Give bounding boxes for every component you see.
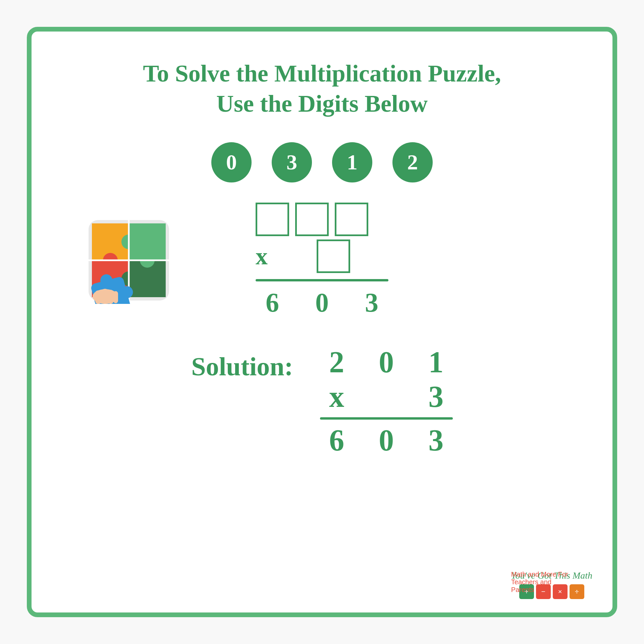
sol-digit-2: 2 — [320, 345, 354, 379]
sol-result-2: 0 — [370, 423, 403, 458]
digit-2: 1 — [332, 142, 372, 182]
tagline: Math and More For Teachers and Parents — [511, 571, 572, 594]
puzzle-image — [85, 217, 172, 304]
puzzle-top-row — [256, 203, 368, 236]
svg-rect-12 — [102, 289, 108, 304]
svg-rect-11 — [95, 290, 101, 304]
digit-3: 2 — [392, 142, 433, 182]
puzzle-box-2 — [295, 203, 329, 236]
result-digit-1: 6 — [256, 287, 289, 318]
result-digit-2: 0 — [305, 287, 339, 318]
solution-result-row: 6 0 3 — [320, 423, 453, 458]
puzzle-mult-sign: x — [256, 243, 268, 270]
puzzle-divider-line — [256, 279, 388, 281]
main-title: To Solve the Multiplication Puzzle, Use … — [143, 58, 501, 119]
sol-digit-0: 0 — [370, 345, 403, 379]
multiplication-puzzle: x 6 0 3 — [256, 203, 388, 318]
digits-row: 0 3 1 2 — [211, 142, 433, 182]
puzzle-result-row: 6 0 3 — [256, 287, 388, 318]
puzzle-box-1 — [256, 203, 289, 236]
sol-multiplier-val: 3 — [419, 379, 453, 414]
solution-math: 2 0 1 x 3 6 0 3 — [320, 345, 453, 458]
solution-section: Solution: 2 0 1 x 3 6 0 3 — [58, 345, 586, 458]
digit-1: 3 — [272, 142, 312, 182]
solution-divider-line — [320, 417, 453, 420]
sol-digit-1: 1 — [419, 345, 453, 379]
puzzle-box-4 — [317, 239, 350, 273]
result-digit-3: 3 — [355, 287, 388, 318]
sol-result-3: 3 — [419, 423, 453, 458]
solution-multiplicand-row: 2 0 1 — [320, 345, 453, 379]
puzzle-section: x 6 0 3 — [58, 203, 586, 318]
puzzle-bottom-row: x — [256, 239, 350, 273]
watermark: You've Got This Math + − × ÷ Math and Mo… — [511, 570, 592, 599]
sol-result-1: 6 — [320, 423, 354, 458]
solution-label: Solution: — [191, 352, 293, 382]
main-card: To Solve the Multiplication Puzzle, Use … — [27, 27, 617, 617]
solution-multiplier-row: x 3 — [320, 379, 453, 414]
svg-rect-13 — [108, 290, 113, 304]
sol-mult-sign: x — [320, 379, 354, 414]
digit-0: 0 — [211, 142, 252, 182]
sol-multiplier — [370, 379, 403, 414]
svg-rect-14 — [113, 291, 118, 303]
title-line1: To Solve the Multiplication Puzzle, — [143, 58, 501, 89]
title-line2: Use the Digits Below — [143, 89, 501, 119]
puzzle-box-3 — [335, 203, 368, 236]
